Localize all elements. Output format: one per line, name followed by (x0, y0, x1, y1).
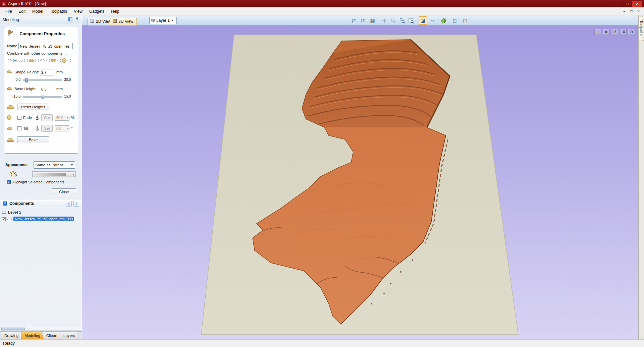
3d-viewport[interactable]: ⊡ ✥ ↓Z ↓X ↓Y (82, 25, 638, 339)
viewport-canvas[interactable] (82, 25, 638, 339)
bake-button[interactable]: Bake (17, 136, 49, 143)
highlight-selected-checkbox[interactable] (7, 180, 11, 184)
modeling-panel: Modeling Component Properties Name Combi… (0, 15, 82, 339)
components-title: Components (9, 201, 34, 206)
appearance-value: Same as Parent (35, 163, 63, 167)
tilt-anchor-icon[interactable] (35, 126, 39, 132)
toolpaths-strip: Toolpaths (638, 15, 644, 339)
component-color-dropdown[interactable]: ▼ (32, 171, 76, 177)
base-height-slider-thumb[interactable] (42, 95, 44, 99)
zoom-extents-icon[interactable] (407, 16, 415, 25)
combine-mask-icon (62, 58, 66, 63)
view-toolbar: 2D View 3D View Layer 1 ▼ ◰ ◳ ▦ ◪ ▱ (82, 15, 638, 25)
side-x-view-icon[interactable]: ↓X (620, 29, 627, 35)
plan-z-label: Z (614, 30, 616, 34)
tilt-set-button[interactable]: Set (41, 125, 53, 132)
tilt-value: 0.0 (56, 126, 61, 130)
tilt-checkbox[interactable] (17, 126, 21, 130)
base-height-input[interactable] (40, 86, 54, 92)
close-window-button[interactable]: ✕ (632, 1, 642, 7)
side-y-view-icon[interactable]: ↓Y (628, 29, 635, 35)
material-color-icon[interactable] (439, 16, 448, 25)
pin-panel-icon[interactable] (75, 17, 79, 22)
shape-height-slider-thumb[interactable] (25, 78, 28, 82)
wrench-icon (4, 30, 14, 39)
fade-anchor-icon[interactable] (35, 115, 39, 121)
combine-mask-radio[interactable] (67, 59, 71, 62)
combine-add-radio[interactable] (13, 59, 17, 62)
fade-set-button[interactable]: Set (41, 114, 53, 121)
tab-drawing[interactable]: Drawing (1, 332, 22, 339)
combine-merge-high-radio[interactable] (35, 59, 39, 62)
menu-help[interactable]: Help (108, 8, 123, 15)
zoom-extents-view-icon[interactable]: ⊡ (594, 29, 601, 35)
move-component-up-button[interactable]: ⇧ (66, 201, 72, 207)
tab-drawing-label: Drawing (4, 334, 18, 338)
combine-multiply-radio[interactable] (57, 59, 61, 62)
menu-model[interactable]: Model (29, 8, 47, 15)
mdi-restore-button[interactable]: □ (628, 8, 635, 14)
menu-edit[interactable]: Edit (15, 8, 29, 15)
panel-title: Modeling (3, 17, 19, 22)
guides-toggle-icon[interactable]: ◳ (359, 16, 368, 25)
menu-toolpaths[interactable]: Toolpaths (47, 8, 70, 15)
menu-file[interactable]: File (2, 8, 15, 15)
level-label: Level 1 (8, 210, 21, 214)
reset-heights-button[interactable]: Reset Heights (17, 104, 49, 110)
tab-clipart[interactable]: Clipart (43, 332, 61, 339)
move-component-down-button[interactable]: ⇩ (73, 201, 79, 207)
combine-merge-low-radio[interactable] (46, 59, 50, 62)
zoom-tool-icon[interactable] (389, 16, 397, 25)
fade-checkbox[interactable] (17, 116, 21, 120)
fade-unit: % (71, 116, 74, 120)
layer-selector[interactable]: Layer 1 ▼ (149, 17, 177, 24)
tilt-icon (7, 127, 13, 130)
component-name-input[interactable] (18, 43, 73, 49)
fade-value-dropdown[interactable]: 50.0▾ (55, 115, 69, 121)
shading-toggle-icon[interactable]: ◪ (419, 16, 427, 25)
app-window: Aspire 9.510 - [New] — □ ✕ File Edit Mod… (0, 0, 644, 347)
split-vertical-icon[interactable]: ◫ (461, 16, 469, 25)
tilt-dropdown-caret-icon: ▾ (67, 127, 68, 130)
tab-3d-view[interactable]: 3D View (110, 18, 137, 25)
tab-modeling[interactable]: Modeling (21, 332, 44, 339)
mdi-minimize-button[interactable]: – (621, 8, 628, 14)
plan-z-view-icon[interactable]: ↓Z (611, 29, 618, 35)
menu-view[interactable]: View (70, 8, 86, 15)
base-height-slider[interactable] (22, 96, 62, 98)
combine-subtract-radio[interactable] (24, 59, 28, 62)
appearance-select[interactable]: Same as Parent▼ (34, 161, 75, 169)
pan-tool-icon[interactable] (380, 16, 388, 25)
mdi-close-button[interactable]: ✕ (635, 8, 642, 14)
shape-height-icon (7, 70, 12, 73)
components-checkbox[interactable] (3, 201, 7, 206)
shape-height-slider[interactable] (22, 79, 62, 81)
tilt-value-dropdown[interactable]: 0.0▾ (55, 125, 69, 131)
menu-gadgets[interactable]: Gadgets (86, 8, 108, 15)
base-height-max: 15.0 (64, 94, 71, 98)
minimize-button[interactable]: — (612, 1, 622, 7)
fade-set-label: Set (44, 116, 50, 120)
base-height-min: -15.0 (6, 94, 20, 98)
component-visibility-checkbox[interactable] (2, 217, 6, 221)
wireframe-toggle-icon[interactable]: ▱ (428, 16, 437, 25)
toolpaths-tab[interactable]: Toolpaths (639, 16, 644, 41)
tree-level-row[interactable]: Level 1 (2, 209, 80, 215)
grid-toggle-icon[interactable]: ▦ (368, 16, 377, 25)
split-horizontal-icon[interactable]: ⊟ (450, 16, 459, 25)
component-icon (7, 218, 12, 220)
appearance-label: Appearance (5, 163, 28, 167)
shape-height-input[interactable] (40, 69, 54, 75)
dock-panel-icon[interactable] (68, 17, 72, 22)
tab-2d-view-label: 2D View (96, 19, 111, 24)
zoom-box-icon[interactable] (398, 16, 407, 25)
tree-component-row[interactable]: New_Jersey_75_z3_open_res_003 (2, 216, 80, 222)
close-button[interactable]: Close (52, 188, 76, 195)
panel-horizontal-scrollbar[interactable] (1, 327, 81, 331)
maximize-button[interactable]: □ (622, 1, 632, 7)
snap-toggle-icon[interactable]: ◰ (350, 16, 359, 25)
tab-layers[interactable]: Layers (60, 332, 79, 339)
combine-subtract-icon (18, 59, 23, 62)
tilt-set-label: Set (44, 126, 50, 130)
iso-view-icon[interactable]: ✥ (603, 29, 610, 35)
